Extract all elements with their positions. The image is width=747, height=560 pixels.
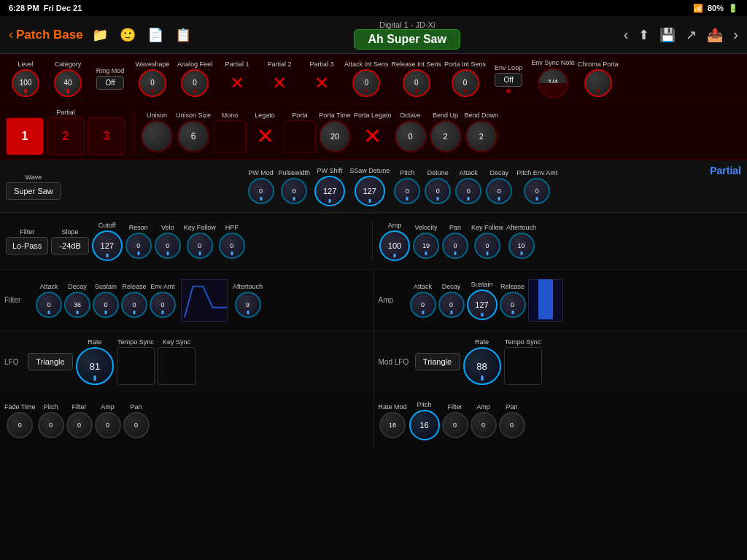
partial-btn-1[interactable]: 1	[6, 117, 44, 155]
amp-sustain-knob[interactable]: 127	[467, 289, 498, 320]
save-icon[interactable]: 💾	[659, 27, 676, 43]
slope-button[interactable]: -24dB	[51, 237, 88, 254]
amp-knob[interactable]: 100	[379, 230, 410, 261]
waveshape-knob[interactable]: 0	[139, 69, 166, 97]
lfo-tempo-sync-toggle[interactable]	[117, 347, 155, 385]
back-button[interactable]: ‹ Patch Base	[9, 27, 83, 42]
filter-env-amt-knob[interactable]: 0	[150, 292, 176, 318]
bend-up-knob[interactable]: 2	[430, 120, 462, 152]
amp-release-knob[interactable]: 0	[500, 292, 526, 318]
amp-env-section: Amp Attack 0 Decay 0 Sustain 127 Release…	[374, 270, 748, 330]
env-row: Filter Attack 0 Decay 36 Sustain 0 Relea…	[0, 270, 747, 331]
wave-decay-knob[interactable]: 0	[486, 178, 512, 204]
folder-icon[interactable]: 📁	[92, 27, 108, 43]
lfo-row: LFO Triangle Rate 81 Tempo Sync Key Sync…	[0, 331, 747, 392]
pitch-env-amt-col: Pitch Env Amt 0	[516, 169, 557, 204]
amp-key-follow-knob[interactable]: 0	[474, 233, 500, 259]
mod-lfo-pitch-knob[interactable]: 16	[409, 410, 440, 440]
filter-key-follow-knob[interactable]: 0	[187, 233, 213, 259]
hpf-col: HPF 0	[219, 224, 245, 259]
lfo-filter-knob[interactable]: 0	[66, 412, 93, 438]
lfo-fade-time-knob[interactable]: 0	[7, 412, 33, 438]
amp-decay-knob[interactable]: 0	[438, 292, 465, 318]
ring-mod-toggle[interactable]: Off	[96, 76, 124, 90]
unison-size-knob[interactable]: 6	[177, 120, 209, 152]
lfo-amp-knob[interactable]: 0	[95, 412, 121, 438]
category-knob[interactable]: 40	[54, 69, 82, 97]
pan-knob[interactable]: 0	[442, 233, 468, 259]
bend-down-knob[interactable]: 2	[465, 120, 498, 152]
reson-knob[interactable]: 0	[125, 233, 152, 259]
wave-attack-knob[interactable]: 0	[455, 178, 481, 204]
porta-time-knob[interactable]: 20	[319, 120, 351, 152]
chroma-porta-knob[interactable]	[584, 69, 612, 97]
wave-type-button[interactable]: Super Saw	[6, 182, 61, 200]
porta-int-knob[interactable]: 0	[452, 69, 479, 97]
filter-attack-knob[interactable]: 0	[36, 292, 62, 318]
lfo-key-sync-toggle[interactable]	[158, 347, 196, 385]
pw-mod-knob[interactable]: 0	[248, 178, 274, 204]
pitch-env-amt-knob[interactable]: 0	[524, 178, 550, 204]
export-icon[interactable]: 📤	[707, 27, 723, 43]
velocity-knob[interactable]: 19	[413, 233, 439, 259]
partial2-x[interactable]: ✕	[266, 69, 293, 97]
level-knob[interactable]: 100	[12, 69, 39, 97]
filter-velo-knob[interactable]: 0	[155, 233, 181, 259]
mod-lfo-filter-knob[interactable]: 0	[442, 412, 468, 438]
aftertouch-knob[interactable]: 10	[508, 233, 535, 259]
mod-lfo-amp-knob[interactable]: 0	[471, 412, 497, 438]
mod-lfo-tempo-sync-toggle[interactable]	[504, 347, 542, 385]
porta-toggle[interactable]	[284, 120, 316, 152]
octave-section: Octave 0	[395, 112, 427, 152]
ssaw-detune-knob[interactable]: 127	[355, 176, 385, 206]
smiley-icon[interactable]: 🙂	[120, 27, 136, 43]
copy-icon[interactable]: 📋	[175, 27, 191, 43]
mod-lfo-wave-type-button[interactable]: Triangle	[415, 353, 460, 370]
release-int-knob[interactable]: 0	[403, 69, 430, 97]
mono-toggle[interactable]	[214, 120, 246, 152]
mod-lfo-rate-mod-knob[interactable]: 18	[379, 412, 406, 438]
share-icon[interactable]: ↗	[686, 27, 697, 43]
legato-x[interactable]: ✕	[249, 120, 281, 152]
partial-btn-3[interactable]: 3	[88, 117, 125, 155]
aftertouch2-knob[interactable]: 9	[235, 292, 261, 318]
ctrl-ring-mod: Ring Mod Off	[90, 67, 130, 90]
detune-knob[interactable]: 0	[425, 178, 451, 204]
filter-sustain-knob[interactable]: 0	[93, 292, 119, 318]
partial3-x[interactable]: ✕	[308, 69, 336, 97]
filter-release-knob[interactable]: 0	[121, 292, 147, 318]
lfo-rate-knob[interactable]: 81	[76, 347, 114, 385]
document-icon[interactable]: 📄	[147, 27, 163, 43]
mod-lfo-rate-knob[interactable]: 88	[463, 347, 501, 385]
cutoff-knob[interactable]: 127	[92, 230, 123, 261]
patch-name[interactable]: Ah Super Saw	[354, 29, 460, 50]
ctrl-attack-int: Attack Int Sens 0	[344, 61, 389, 97]
wave-attack-col: Attack 0	[455, 169, 481, 204]
nav-next-icon[interactable]: ›	[733, 26, 738, 43]
sync-icon[interactable]: ⬆	[638, 27, 649, 43]
lfo-pitch-knob[interactable]: 0	[38, 412, 64, 438]
hpf-knob[interactable]: 0	[219, 233, 245, 259]
env-sync-note-knob[interactable]: 1/4	[538, 68, 568, 98]
filter-type-button[interactable]: Lo-Pass	[6, 237, 48, 254]
partial1-x[interactable]: ✕	[223, 69, 251, 97]
lfo-pan-knob[interactable]: 0	[123, 412, 150, 438]
partial-btn-2[interactable]: 2	[47, 117, 85, 155]
octave-knob[interactable]: 0	[395, 120, 427, 152]
pitch-knob[interactable]: 0	[394, 178, 420, 204]
pw-shift-knob[interactable]: 127	[314, 176, 345, 206]
attack-int-knob[interactable]: 0	[352, 69, 380, 97]
pulsewidth-knob[interactable]: 0	[281, 178, 307, 204]
analog-feel-knob[interactable]: 0	[181, 69, 209, 97]
ctrl-analog-feel: Analog Feel 0	[175, 61, 214, 97]
partial-text-badge: Partial	[710, 165, 741, 176]
env-loop-toggle[interactable]: Off	[495, 73, 522, 87]
unison-knob[interactable]	[141, 120, 173, 152]
lfo-wave-type-button[interactable]: Triangle	[28, 353, 73, 370]
filter-decay-knob[interactable]: 36	[64, 292, 90, 318]
nav-prev-icon[interactable]: ‹	[624, 26, 629, 43]
amp-attack-knob[interactable]: 0	[410, 292, 436, 318]
porta-legato-x[interactable]: ✕	[357, 120, 389, 152]
mod-lfo-pan-knob[interactable]: 0	[499, 412, 525, 438]
back-arrow-icon: ‹	[9, 27, 13, 42]
